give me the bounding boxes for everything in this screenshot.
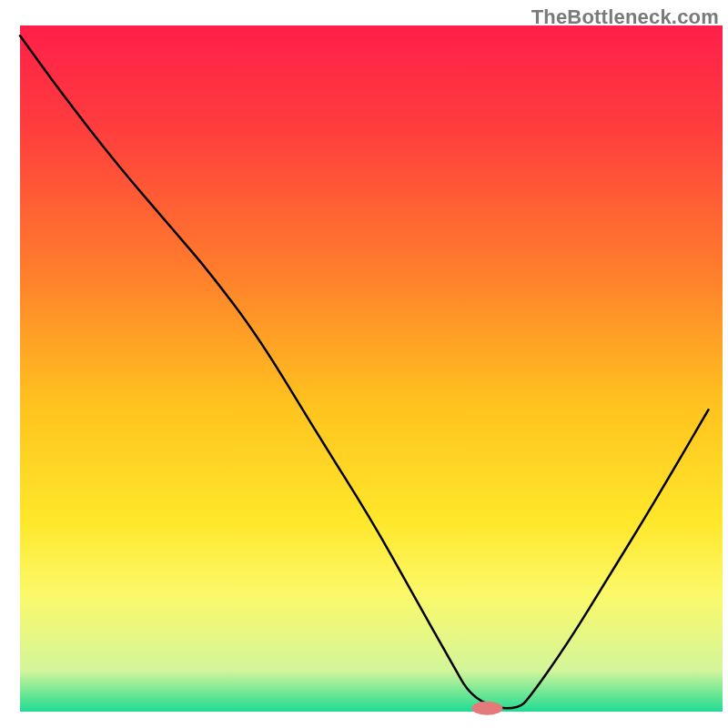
gradient-background bbox=[20, 25, 723, 712]
bottleneck-chart: TheBottleneck.com bbox=[0, 0, 728, 728]
watermark-text: TheBottleneck.com bbox=[531, 5, 719, 29]
optimal-marker bbox=[471, 702, 502, 715]
chart-svg bbox=[0, 0, 728, 728]
